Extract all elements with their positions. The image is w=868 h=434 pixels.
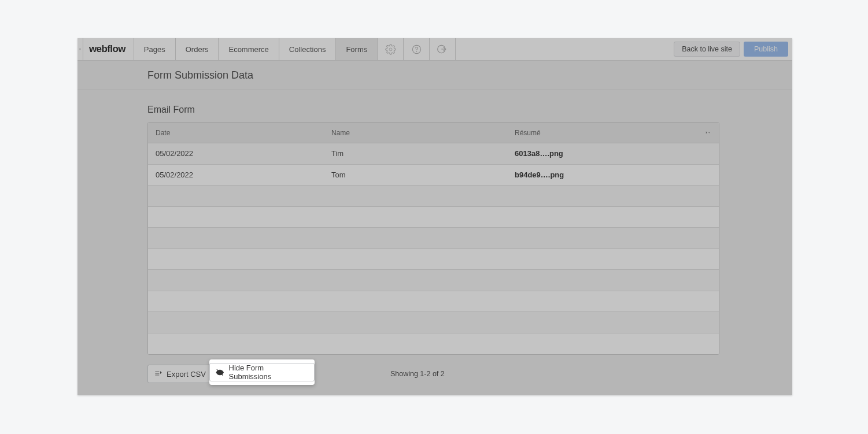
publish-label: Publish [754,45,778,53]
share-button[interactable] [430,38,456,60]
table-row[interactable]: 05/02/2022Tomb94de9….png [148,165,719,186]
publish-button[interactable]: Publish [744,42,788,57]
pin-icon[interactable] [704,128,711,137]
nav-orders-label: Orders [186,45,209,54]
table-row-empty [148,186,719,207]
app-window: webflow Pages Orders Ecommerce Collectio… [77,38,792,395]
table-row-empty [148,333,719,355]
column-header-resume-label: Résumé [515,129,541,137]
column-header-date[interactable]: Date [148,129,331,137]
hamburger-icon [79,46,81,52]
section-title-row: Email Form [77,90,792,122]
cell-name: Tom [331,170,515,179]
nav-pages[interactable]: Pages [134,38,176,60]
export-csv-label: Export CSV [167,370,206,379]
table-header-row: Date Name Résumé [148,123,719,143]
table-row-empty [148,270,719,291]
nav-forms[interactable]: Forms [336,38,378,60]
table-row-empty [148,291,719,313]
menu-toggle-button[interactable] [77,38,83,60]
topbar: webflow Pages Orders Ecommerce Collectio… [77,38,792,61]
page-title-row: Form Submission Data [77,61,792,90]
nav-orders[interactable]: Orders [176,38,219,60]
highlight-callout: Hide Form Submissions [209,359,315,385]
nav-pages-label: Pages [144,45,165,54]
gear-icon [385,44,396,55]
svg-point-0 [389,48,392,51]
column-header-name[interactable]: Name [331,129,515,137]
table-row[interactable]: 05/02/2022Tim6013a8….png [148,143,719,165]
table-row-empty [148,312,719,333]
nav-ecommerce[interactable]: Ecommerce [219,38,279,60]
table-row-empty [148,207,719,228]
svg-point-2 [416,51,417,51]
hide-form-submissions-button[interactable]: Hide Form Submissions [209,363,315,381]
nav-ecommerce-label: Ecommerce [228,45,268,54]
column-header-resume[interactable]: Résumé [515,128,719,137]
cell-date: 05/02/2022 [148,149,331,158]
eye-off-icon [216,368,224,377]
table-row-empty [148,249,719,270]
help-button[interactable] [404,38,430,60]
content-area: Form Submission Data Email Form Date Nam… [77,61,792,395]
help-circle-icon [411,44,422,55]
showing-count: Showing 1-2 of 2 [390,370,445,378]
nav-forms-label: Forms [346,45,367,54]
hide-form-submissions-label: Hide Form Submissions [229,363,306,381]
export-csv-button[interactable]: Export CSV [147,365,215,383]
cell-resume-link[interactable]: b94de9….png [515,170,719,179]
logo-text: webflow [89,43,125,55]
table-body: 05/02/2022Tim6013a8….png05/02/2022Tomb94… [148,143,719,354]
logo: webflow [83,38,134,60]
settings-gear-button[interactable] [378,38,404,60]
cell-date: 05/02/2022 [148,170,331,179]
share-arrow-icon [437,43,448,55]
form-name: Email Form [147,105,195,115]
back-to-live-site-label: Back to live site [682,45,732,53]
submissions-table: Date Name Résumé 05/02/2022Tim6013a8….pn… [147,122,719,355]
cell-name: Tim [331,149,515,158]
table-row-empty [148,228,719,249]
cell-resume-link[interactable]: 6013a8….png [515,149,719,158]
export-icon [154,370,162,378]
nav-collections-label: Collections [289,45,326,54]
back-to-live-site-button[interactable]: Back to live site [674,42,740,57]
nav-collections[interactable]: Collections [279,38,337,60]
page-title: Form Submission Data [147,69,253,81]
